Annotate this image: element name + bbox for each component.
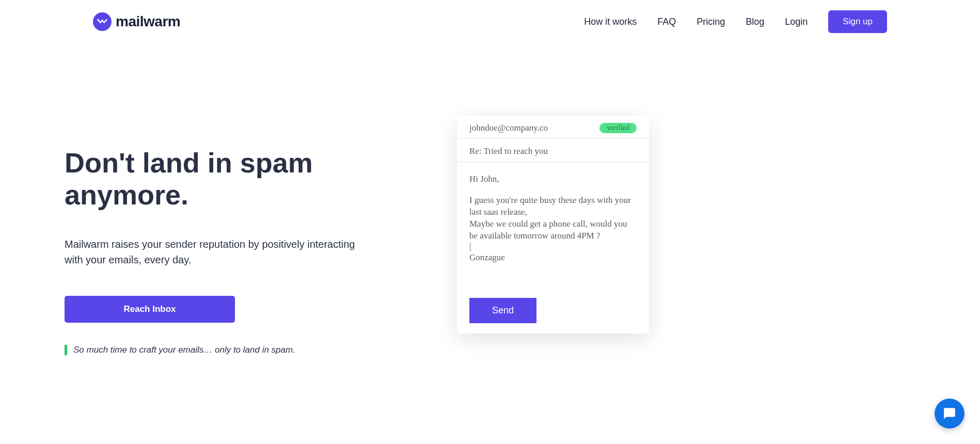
accent-bar xyxy=(65,345,67,355)
email-subject-row: Re: Tried to reach you xyxy=(457,139,649,162)
nav-login[interactable]: Login xyxy=(785,17,808,27)
logo-text: mailwarm xyxy=(116,13,180,30)
email-body-line1: I guess you're quite busy these days wit… xyxy=(469,195,637,218)
email-from-row: johndoe@company.co verified xyxy=(457,116,649,139)
svg-point-0 xyxy=(97,19,99,21)
nav-how-it-works[interactable]: How it works xyxy=(584,17,637,27)
hero-right: johndoe@company.co verified Re: Tried to… xyxy=(457,116,649,355)
nav-blog[interactable]: Blog xyxy=(746,17,764,27)
nav-pricing[interactable]: Pricing xyxy=(697,17,725,27)
email-cursor: | xyxy=(469,242,637,251)
email-greeting: Hi John, xyxy=(469,173,637,185)
verified-badge: verified xyxy=(599,123,637,133)
svg-point-1 xyxy=(106,19,107,21)
chat-icon xyxy=(943,407,956,420)
hero-tagline: So much time to craft your emails… only … xyxy=(73,345,295,355)
hero-subheadline: Mailwarm raises your sender reputation b… xyxy=(65,236,426,267)
email-signature: Gonzague xyxy=(469,252,637,264)
logo-icon xyxy=(93,12,112,31)
main-nav: How it works FAQ Pricing Blog Login Sign… xyxy=(584,10,887,33)
email-body-line2: Maybe we could get a phone call, would y… xyxy=(469,218,637,242)
logo[interactable]: mailwarm xyxy=(93,12,180,31)
signup-button[interactable]: Sign up xyxy=(828,10,887,33)
email-body: Hi John, I guess you're quite busy these… xyxy=(457,162,649,273)
chat-widget-button[interactable] xyxy=(935,399,965,429)
send-button[interactable]: Send xyxy=(469,298,536,323)
nav-faq[interactable]: FAQ xyxy=(657,17,676,27)
email-compose-card: johndoe@company.co verified Re: Tried to… xyxy=(457,116,649,334)
sub-line-1: Mailwarm raises your sender reputation b… xyxy=(65,239,355,250)
hero-left: Don't land in spam anymore. Mailwarm rai… xyxy=(65,116,426,355)
tagline-wrap: So much time to craft your emails… only … xyxy=(65,345,426,355)
sub-line-2: with your emails, every day. xyxy=(65,254,191,265)
hero-section: Don't land in spam anymore. Mailwarm rai… xyxy=(0,43,980,355)
reach-inbox-button[interactable]: Reach Inbox xyxy=(65,296,235,323)
page-header: mailwarm How it works FAQ Pricing Blog L… xyxy=(0,0,980,43)
email-from-address: johndoe@company.co xyxy=(469,123,548,133)
email-subject-text: Re: Tried to reach you xyxy=(469,146,548,156)
hero-headline: Don't land in spam anymore. xyxy=(65,147,426,211)
